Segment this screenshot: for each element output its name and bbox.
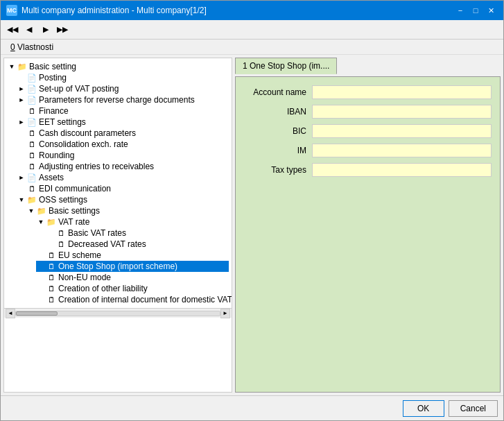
toggle-consolidation (17, 139, 26, 149)
tree-item-basic-vat-rates[interactable]: Basic VAT rates (46, 227, 229, 239)
title-bar: MC Multi company administration - Multi … (1, 1, 503, 20)
tree-label-creation-other-liability: Creation of other liability (58, 284, 148, 293)
tree-item-basic-setting[interactable]: ▼ Basic setting (7, 61, 229, 72)
input-bic[interactable] (312, 124, 492, 138)
toggle-assets[interactable]: ► (17, 173, 26, 182)
tree-children-vat-rate: Basic VAT rates Decreased VAT rates (36, 227, 229, 250)
tree-label-cash-discount: Cash discount parameters (39, 128, 136, 138)
tree-children-basic-setting: Posting ► Set-up of VAT posting ► Parame… (7, 72, 229, 305)
tree-item-decreased-vat-rates[interactable]: Decreased VAT rates (46, 239, 229, 250)
folder-icon-oss-settings (26, 195, 37, 205)
input-im[interactable] (312, 144, 492, 157)
tree: ▼ Basic setting Posting ► Set-up of VAT … (4, 58, 232, 308)
tree-label-basic-setting: Basic setting (29, 62, 76, 71)
tree-item-eet[interactable]: ► EET settings (17, 117, 229, 128)
doc-icon-decreased-vat-rates (55, 239, 67, 249)
toggle-edi (17, 184, 26, 194)
doc-icon-creation-internal (46, 295, 57, 304)
toggle-decreased-vat-rates (46, 239, 55, 249)
menu-vlastnosti[interactable]: 0 Vlastnosti (6, 41, 58, 53)
last-button[interactable]: ▶▶ (55, 22, 70, 37)
tab-one-stop-shop[interactable]: 1 One Stop Shop (im.... (235, 58, 337, 74)
maximize-button[interactable]: □ (469, 4, 483, 17)
tree-item-cash-discount[interactable]: Cash discount parameters (17, 128, 229, 139)
form-row-im: IM (244, 144, 492, 157)
scroll-left-arrow[interactable]: ◄ (6, 309, 15, 318)
tree-item-finance[interactable]: Finance (17, 105, 229, 117)
minimize-button[interactable]: − (453, 4, 467, 17)
toggle-basic-vat-rates (46, 228, 55, 238)
cancel-button[interactable]: Cancel (449, 400, 498, 417)
scroll-thumb[interactable] (16, 311, 58, 316)
tree-label-consolidation: Consolidation exch. rate (39, 139, 128, 149)
doc-icon-cash-discount (26, 128, 37, 138)
folder-icon-vat-rate (46, 217, 57, 227)
title-bar-left: MC Multi company administration - Multi … (6, 5, 207, 16)
toggle-vat-posting[interactable]: ► (17, 84, 26, 94)
doc-icon-consolidation (26, 139, 37, 149)
toggle-vat-rate[interactable]: ▼ (36, 217, 46, 227)
toggle-rounding (17, 151, 26, 160)
label-im: IM (244, 146, 306, 155)
toggle-cash-discount (17, 128, 26, 138)
tree-label-vat-posting: Set-up of VAT posting (39, 84, 119, 94)
menu-bar: 0 Vlastnosti (1, 40, 503, 55)
folder-icon-basic-settings (36, 206, 47, 216)
tree-item-reverse-charge[interactable]: ► Parameters for reverse charge document… (17, 94, 229, 105)
doc-icon-eet (26, 117, 37, 127)
tree-item-adjusting[interactable]: Adjusting entries to receivables (17, 161, 229, 172)
doc-icon-assets (26, 173, 37, 182)
tree-item-creation-other-liability[interactable]: Creation of other liability (36, 283, 229, 294)
tree-item-non-eu-mode[interactable]: Non-EU mode (36, 272, 229, 283)
tree-item-assets[interactable]: ► Assets (17, 172, 229, 183)
input-tax-types[interactable] (312, 163, 492, 177)
tree-item-edi[interactable]: EDI communication (17, 183, 229, 194)
doc-icon-reverse-charge (26, 95, 37, 105)
prev-button[interactable]: ◀ (21, 22, 37, 37)
tree-item-eu-scheme[interactable]: EU scheme (36, 250, 229, 261)
tree-label-decreased-vat-rates: Decreased VAT rates (68, 239, 146, 249)
tree-label-adjusting: Adjusting entries to receivables (39, 162, 154, 171)
label-iban: IBAN (244, 107, 306, 117)
bottom-bar: OK Cancel (1, 395, 503, 420)
tree-item-vat-posting[interactable]: ► Set-up of VAT posting (17, 83, 229, 94)
scroll-right-arrow[interactable]: ► (220, 309, 230, 318)
toggle-oss-settings[interactable]: ▼ (17, 195, 26, 205)
scroll-track[interactable] (15, 311, 220, 316)
form-row-account-name: Account name (244, 85, 492, 99)
tree-label-basic-settings: Basic settings (49, 206, 100, 216)
folder-icon-basic-setting (17, 62, 28, 71)
play-button[interactable]: ▶ (38, 22, 53, 37)
doc-icon-edi (26, 184, 37, 194)
label-account-name: Account name (244, 87, 306, 97)
toggle-eet[interactable]: ► (17, 117, 26, 127)
input-iban[interactable] (312, 105, 492, 119)
toggle-reverse-charge[interactable]: ► (17, 95, 26, 105)
tree-item-oss-settings[interactable]: ▼ OSS settings (17, 194, 229, 205)
first-button[interactable]: ◀◀ (5, 22, 20, 37)
tree-children-oss-settings: ▼ Basic settings ▼ VAT rate (17, 205, 229, 305)
tree-item-one-stop-shop[interactable]: One Stop Shop (import scheme) (36, 261, 229, 272)
tree-label-basic-vat-rates: Basic VAT rates (68, 228, 126, 238)
tree-label-non-eu-mode: Non-EU mode (58, 273, 111, 282)
tree-label-rounding: Rounding (39, 151, 74, 160)
ok-button[interactable]: OK (403, 400, 444, 417)
doc-icon-adjusting (26, 162, 37, 171)
horizontal-scrollbar[interactable]: ◄ ► (4, 308, 232, 318)
toggle-basic-settings[interactable]: ▼ (26, 206, 36, 216)
tree-item-rounding[interactable]: Rounding (17, 150, 229, 161)
input-account-name[interactable] (312, 85, 492, 99)
tree-item-consolidation[interactable]: Consolidation exch. rate (17, 139, 229, 150)
tree-item-vat-rate[interactable]: ▼ VAT rate (36, 216, 229, 227)
tree-label-posting: Posting (39, 73, 67, 83)
tree-item-posting[interactable]: Posting (17, 72, 229, 83)
tree-item-creation-internal[interactable]: Creation of internal document for domest… (36, 294, 229, 305)
tab-label: 1 One Stop Shop (im.... (243, 61, 329, 71)
close-button[interactable]: ✕ (484, 4, 498, 17)
toggle-eu-scheme (36, 250, 46, 260)
tree-label-reverse-charge: Parameters for reverse charge documents (39, 95, 195, 105)
toggle-basic-setting[interactable]: ▼ (7, 62, 17, 71)
tree-item-basic-settings[interactable]: ▼ Basic settings (26, 205, 229, 216)
toolbar: ◀◀ ◀ ▶ ▶▶ (1, 20, 503, 40)
tree-label-vat-rate: VAT rate (58, 217, 89, 227)
